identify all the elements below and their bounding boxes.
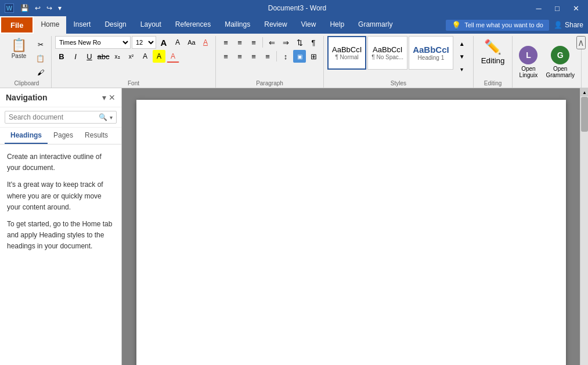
style-normal[interactable]: AaBbCcI ¶ Normal <box>327 36 366 70</box>
style-no-spacing[interactable]: AaBbCcI ¶ No Spac... <box>367 36 407 70</box>
tab-layout[interactable]: Layout <box>134 16 168 34</box>
paste-label: Paste <box>12 53 27 59</box>
tab-design[interactable]: Design <box>98 16 133 34</box>
nav-tabs: Headings Pages Results <box>0 128 121 144</box>
multilevel-button[interactable]: ≡ <box>247 36 260 49</box>
paste-area: 📋 Paste <box>6 36 32 62</box>
font-format-row: B I U abc x₂ x² A A A <box>55 50 179 63</box>
ribbon-collapse-button[interactable]: ∧ <box>576 36 586 49</box>
title-text: Document3 - Word <box>63 4 531 12</box>
file-menu[interactable]: File <box>0 16 34 34</box>
paragraph-row2: ≡ ≡ ≡ ≡ ↕ ▣ ⊞ <box>219 50 320 63</box>
borders-button[interactable]: ⊞ <box>307 50 320 63</box>
styles-scroll-down[interactable]: ▼ <box>456 50 468 63</box>
grammarly-label: OpenGrammarly <box>546 66 574 78</box>
nav-para-1: Create an interactive outline of your do… <box>7 151 114 174</box>
shading-button[interactable]: ▣ <box>293 50 306 63</box>
decrease-indent-button[interactable]: ⇐ <box>265 36 278 49</box>
styles-scroll-up[interactable]: ▲ <box>456 37 468 50</box>
styles-scroll: ▲ ▼ ▾ <box>454 36 470 77</box>
share-button[interactable]: 👤 Share <box>554 21 583 29</box>
tab-insert[interactable]: Insert <box>66 16 98 34</box>
cut-button[interactable]: ✂ <box>33 38 48 51</box>
minimize-button[interactable]: ─ <box>531 2 546 14</box>
align-left-button[interactable]: ≡ <box>219 50 232 63</box>
subscript-button[interactable]: x₂ <box>111 50 124 63</box>
tab-view[interactable]: View <box>294 16 323 34</box>
open-grammarly-button[interactable]: G OpenGrammarly <box>542 43 578 81</box>
text-effects-button[interactable]: A <box>139 50 151 63</box>
justify-button[interactable]: ≡ <box>261 50 274 63</box>
nav-search-box: 🔍 ▾ <box>5 111 117 124</box>
line-spacing-button[interactable]: ↕ <box>279 50 292 63</box>
strikethrough-button[interactable]: abc <box>97 50 110 63</box>
font-size-select[interactable]: 12 <box>132 36 156 49</box>
sort-button[interactable]: ⇅ <box>293 36 306 49</box>
paragraph-row1: ≡ ≡ ≡ ⇐ ⇒ ⇅ ¶ <box>219 36 320 49</box>
quick-access-dropdown[interactable]: ▾ <box>56 3 63 13</box>
save-quick-button[interactable]: 💾 <box>19 3 31 13</box>
main-area: Navigation ▾ ✕ 🔍 ▾ Headings Pages Result… <box>0 88 588 365</box>
nav-tab-results[interactable]: Results <box>79 128 114 144</box>
ribbon: 📋 Paste ✂ 📋 🖌 Clipboard Times New Ro 12 <box>0 34 588 88</box>
nav-search-row: 🔍 ▾ <box>0 107 121 128</box>
document-page[interactable] <box>136 100 566 365</box>
editing-group-label: Editing <box>484 79 502 88</box>
scroll-thumb[interactable] <box>581 97 588 132</box>
format-painter-button[interactable]: 🖌 <box>33 66 48 79</box>
superscript-button[interactable]: x² <box>125 50 138 63</box>
nav-tab-headings[interactable]: Headings <box>5 128 48 144</box>
nav-tab-pages[interactable]: Pages <box>48 128 79 144</box>
align-right-button[interactable]: ≡ <box>247 50 260 63</box>
tab-grammarly[interactable]: Grammarly <box>351 16 399 34</box>
clear-format-button[interactable]: A <box>199 36 212 49</box>
editing-button[interactable]: ✏️ Editing <box>477 36 509 68</box>
increase-indent-button[interactable]: ⇒ <box>279 36 292 49</box>
para-divider1 <box>262 37 263 48</box>
grow-font-button[interactable]: A <box>157 36 170 49</box>
tab-help[interactable]: Help <box>323 16 351 34</box>
scroll-up-button[interactable]: ▲ <box>580 88 588 96</box>
undo-quick-button[interactable]: ↩ <box>33 3 42 13</box>
highlight-button[interactable]: A <box>153 50 165 63</box>
nav-collapse-button[interactable]: ▾ <box>102 93 106 102</box>
shrink-font-button[interactable]: A <box>171 36 184 49</box>
tab-mailings[interactable]: Mailings <box>218 16 257 34</box>
vertical-scrollbar[interactable]: ▲ ▼ <box>580 88 588 365</box>
menu-bar: File Home Insert Design Layout Reference… <box>0 16 588 34</box>
restore-button[interactable]: □ <box>550 2 565 14</box>
open-linguix-button[interactable]: L OpenLinguix <box>515 43 542 81</box>
nav-title: Navigation <box>6 93 48 102</box>
nav-close-button[interactable]: ✕ <box>109 93 116 102</box>
copy-button[interactable]: 📋 <box>33 52 48 65</box>
styles-more-button[interactable]: ▾ <box>456 63 468 75</box>
show-marks-button[interactable]: ¶ <box>307 36 320 49</box>
close-button[interactable]: ✕ <box>568 2 583 14</box>
redo-quick-button[interactable]: ↪ <box>45 3 54 13</box>
ribbon-search-text: Tell me what you want to do <box>464 21 543 28</box>
search-dropdown-icon[interactable]: ▾ <box>110 114 113 121</box>
tab-home[interactable]: Home <box>34 16 66 34</box>
ribbon-search-box[interactable]: 💡 Tell me what you want to do <box>446 20 549 31</box>
numbering-button[interactable]: ≡ <box>233 36 246 49</box>
tab-references[interactable]: References <box>168 16 218 34</box>
title-bar: W 💾 ↩ ↪ ▾ Document3 - Word ─ □ ✕ <box>0 0 588 16</box>
style-normal-name: ¶ Normal <box>335 54 358 60</box>
change-case-button[interactable]: Aa <box>185 36 198 49</box>
font-color-button[interactable]: A <box>167 50 179 63</box>
bold-button[interactable]: B <box>55 50 68 63</box>
tab-review[interactable]: Review <box>257 16 294 34</box>
document-area[interactable] <box>122 88 580 365</box>
italic-button[interactable]: I <box>69 50 82 63</box>
search-input[interactable] <box>9 113 96 121</box>
paragraph-group: ≡ ≡ ≡ ⇐ ⇒ ⇅ ¶ ≡ ≡ ≡ ≡ ↕ ▣ ⊞ Paragraph <box>216 36 324 88</box>
paste-button[interactable]: 📋 Paste <box>6 36 32 62</box>
style-heading1[interactable]: AaBbCcI Heading 1 <box>409 36 453 70</box>
bullets-button[interactable]: ≡ <box>219 36 232 49</box>
quick-access-toolbar: 💾 ↩ ↪ ▾ <box>19 3 63 13</box>
styles-label: Styles <box>391 79 406 88</box>
align-center-button[interactable]: ≡ <box>233 50 246 63</box>
underline-button[interactable]: U <box>83 50 96 63</box>
font-name-select[interactable]: Times New Ro <box>55 36 131 49</box>
styles-group: AaBbCcI ¶ Normal AaBbCcI ¶ No Spac... Aa… <box>324 36 474 88</box>
